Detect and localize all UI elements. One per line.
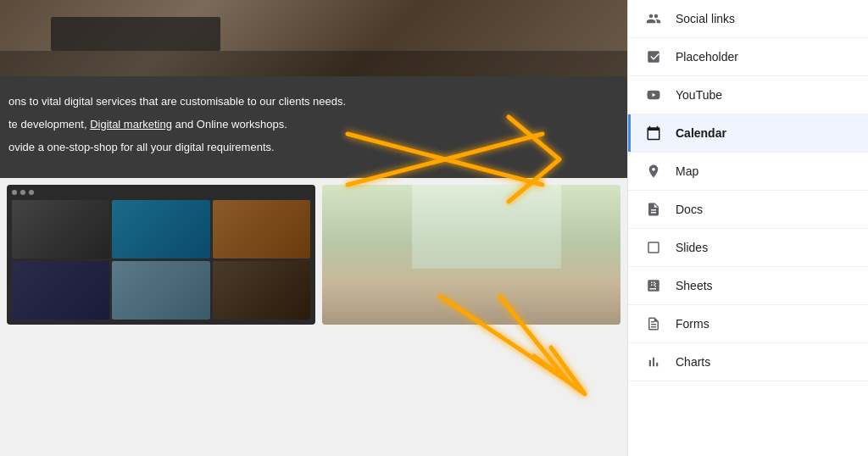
- arrow-right-icon: [322, 75, 619, 219]
- arrow-down-right-icon: [424, 280, 627, 441]
- laptop-mockup-card: [7, 185, 315, 325]
- sidebar-item-calendar[interactable]: Calendar: [628, 114, 868, 153]
- sidebar-label-youtube: YouTube: [676, 88, 722, 102]
- top-image: [0, 0, 627, 76]
- sidebar-label-charts: Charts: [676, 355, 710, 369]
- sidebar-label-docs: Docs: [676, 203, 703, 216]
- main-content: ons to vital digital services that are c…: [0, 0, 627, 456]
- charts-icon: [645, 353, 662, 370]
- sidebar-item-charts[interactable]: Charts: [628, 343, 868, 381]
- dot-3: [29, 190, 34, 195]
- grid-cell-5: [112, 261, 209, 320]
- sidebar-label-placeholder: Placeholder: [676, 50, 738, 64]
- grid-cell-6: [213, 261, 310, 320]
- sidebar-label-sheets: Sheets: [676, 279, 713, 292]
- sidebar-item-youtube[interactable]: YouTube: [628, 76, 868, 114]
- sidebar-item-forms[interactable]: Forms: [628, 305, 868, 343]
- digital-marketing-link[interactable]: Digital marketing: [90, 118, 172, 131]
- slides-icon: [645, 239, 662, 256]
- sidebar-label-calendar: Calendar: [676, 126, 726, 140]
- sheets-icon: [645, 277, 662, 294]
- sidebar-item-docs[interactable]: Docs: [628, 191, 868, 229]
- sidebar-item-sheets[interactable]: Sheets: [628, 267, 868, 305]
- card-grid: [12, 200, 310, 320]
- docs-icon: [645, 201, 662, 218]
- forms-icon: [645, 315, 662, 332]
- sidebar-item-social-links[interactable]: Social links: [628, 0, 868, 38]
- dot-2: [20, 190, 25, 195]
- svg-line-3: [500, 297, 568, 381]
- youtube-icon: [645, 86, 662, 103]
- sidebar-label-social-links: Social links: [676, 12, 735, 25]
- sidebar-label-forms: Forms: [676, 317, 709, 331]
- sidebar-label-slides: Slides: [676, 241, 708, 254]
- placeholder-icon: [645, 48, 662, 65]
- calendar-icon: [645, 125, 662, 142]
- grid-cell-1: [12, 200, 109, 259]
- dot-1: [12, 190, 17, 195]
- grid-cell-4: [12, 261, 109, 320]
- social-icon: [645, 10, 662, 27]
- grid-cell-3: [213, 200, 310, 259]
- grid-cell-2: [112, 200, 209, 259]
- sidebar-label-map: Map: [676, 164, 698, 178]
- sidebar-item-placeholder[interactable]: Placeholder: [628, 38, 868, 76]
- card-header: [12, 190, 310, 195]
- map-icon: [645, 163, 662, 180]
- sidebar-item-slides[interactable]: Slides: [628, 229, 868, 267]
- sidebar: Social linksPlaceholderYouTubeCalendarMa…: [627, 0, 868, 456]
- sidebar-item-map[interactable]: Map: [628, 153, 868, 191]
